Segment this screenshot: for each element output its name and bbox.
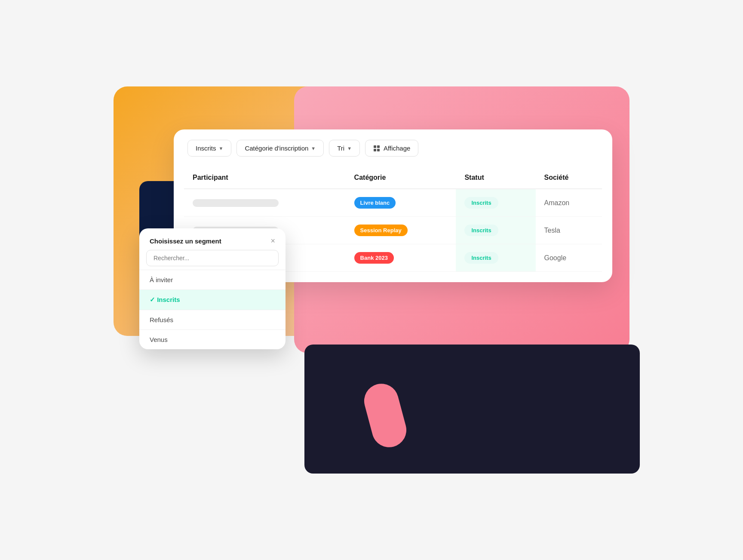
segment-item-label: Inscrits xyxy=(157,296,180,303)
table-row: Livre blanc Inscrits Amazon xyxy=(184,189,602,217)
inscrits-filter-button[interactable]: Inscrits ▼ xyxy=(187,140,231,157)
grid-icon xyxy=(373,145,380,152)
segment-item-label: Venus xyxy=(150,336,168,343)
participant-cell xyxy=(184,189,346,217)
segment-item-a-inviter[interactable]: À inviter xyxy=(139,270,286,289)
status-badge-inscrits-2: Inscrits xyxy=(464,225,498,236)
toolbar: Inscrits ▼ Catégorie d'inscription ▼ Tri… xyxy=(174,129,612,167)
search-input[interactable] xyxy=(146,250,279,266)
segment-list: À inviter Inscrits Refusés Venus xyxy=(139,270,286,349)
category-cell: Livre blanc xyxy=(346,189,456,217)
status-cell: Inscrits xyxy=(456,217,535,244)
category-badge-bank-2023: Bank 2023 xyxy=(354,252,394,264)
segment-item-inscrits[interactable]: Inscrits xyxy=(139,290,286,310)
col-categorie: Catégorie xyxy=(346,167,456,189)
category-cell: Bank 2023 xyxy=(346,244,456,272)
col-societe: Société xyxy=(536,167,602,189)
categorie-label: Catégorie d'inscription xyxy=(245,145,308,152)
tri-label: Tri xyxy=(337,145,344,152)
col-participant: Participant xyxy=(184,167,346,189)
tri-filter-button[interactable]: Tri ▼ xyxy=(329,140,360,157)
svg-rect-1 xyxy=(377,145,380,148)
category-badge-livre-blanc: Livre blanc xyxy=(354,197,396,209)
segment-item-venus[interactable]: Venus xyxy=(139,330,286,349)
participant-placeholder xyxy=(193,199,279,207)
company-amazon: Amazon xyxy=(544,199,570,206)
category-badge-session-replay: Session Replay xyxy=(354,225,408,236)
status-cell: Inscrits xyxy=(456,189,535,217)
company-cell: Tesla xyxy=(536,217,602,244)
svg-rect-3 xyxy=(377,149,380,151)
tri-chevron-icon: ▼ xyxy=(347,146,352,151)
svg-rect-2 xyxy=(374,149,376,151)
segment-title: Choisissez un segment xyxy=(150,237,221,245)
inscrits-label: Inscrits xyxy=(196,145,216,152)
bg-dark-shape xyxy=(304,345,640,474)
company-cell: Amazon xyxy=(536,189,602,217)
search-box xyxy=(146,250,279,266)
company-tesla: Tesla xyxy=(544,227,560,234)
segment-header: Choisissez un segment × xyxy=(139,228,286,250)
status-cell: Inscrits xyxy=(456,244,535,272)
segment-dropdown: Choisissez un segment × À inviter Inscri… xyxy=(139,228,286,349)
segment-item-label: À inviter xyxy=(150,276,173,283)
affichage-button[interactable]: Affichage xyxy=(365,140,418,157)
company-cell: Google xyxy=(536,244,602,272)
category-cell: Session Replay xyxy=(346,217,456,244)
col-statut: Statut xyxy=(456,167,535,189)
svg-rect-0 xyxy=(374,145,376,148)
segment-item-refuses[interactable]: Refusés xyxy=(139,310,286,329)
segment-item-label: Refusés xyxy=(150,316,173,323)
status-badge-inscrits-3: Inscrits xyxy=(464,252,498,264)
categorie-filter-button[interactable]: Catégorie d'inscription ▼ xyxy=(236,140,324,157)
inscrits-chevron-icon: ▼ xyxy=(219,146,224,151)
categorie-chevron-icon: ▼ xyxy=(311,146,316,151)
company-google: Google xyxy=(544,254,567,262)
close-button[interactable]: × xyxy=(270,237,275,245)
affichage-label: Affichage xyxy=(384,145,410,152)
status-badge-inscrits-1: Inscrits xyxy=(464,197,498,209)
